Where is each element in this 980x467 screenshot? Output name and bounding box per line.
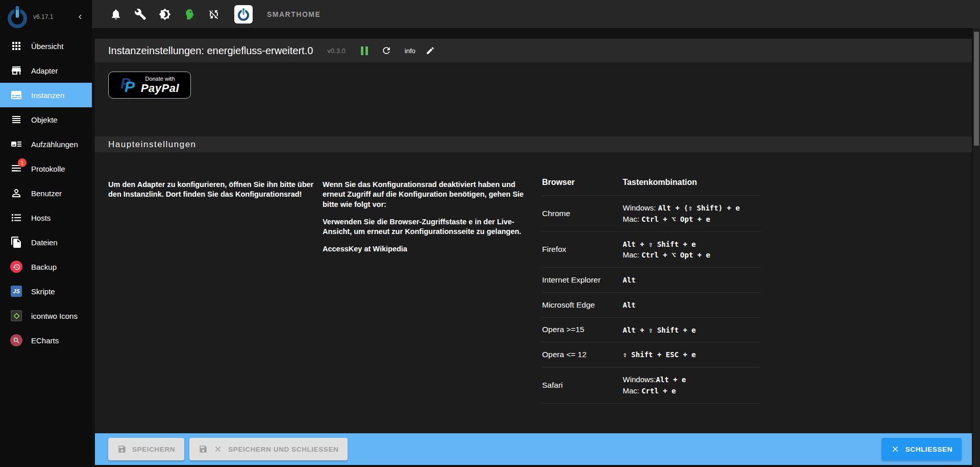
intro-column-middle: Wenn Sie das Konfigurationsrad deaktivie… (323, 180, 535, 253)
edit-instance-button[interactable] (426, 46, 435, 55)
backup-history-icon (10, 261, 22, 273)
sidebar-item-adapter[interactable]: Adapter (0, 58, 92, 83)
sidebar-item-label: ECharts (31, 336, 59, 345)
vertical-scrollbar[interactable] (973, 28, 980, 467)
dialog-footer: SPEICHERN SPEICHERN UND SCHLIESSEN SCHLI… (95, 433, 972, 465)
sidebar-item-label: Übersicht (31, 42, 63, 51)
sidebar-item-uebersicht[interactable]: Übersicht (0, 34, 92, 58)
table-row: Internet Explorer Alt (542, 268, 761, 293)
sidebar-item-label: Protokolle (31, 165, 65, 173)
topbar: SMARTHOME (92, 0, 980, 28)
paypal-logo-icon: P P (120, 76, 136, 95)
sidebar-item-backup[interactable]: Backup (0, 254, 92, 279)
hosts-icon (10, 212, 22, 224)
save-button[interactable]: SPEICHERN (108, 438, 184, 460)
user-icon (10, 187, 22, 199)
scrollbar-thumb[interactable] (974, 32, 979, 146)
sidebar-header: v6.17.1 (0, 0, 92, 34)
sidebar: v6.17.1 Übersicht Adapter Instanzen Obje… (0, 0, 92, 467)
adapter-version: v0.3.0 (327, 47, 345, 55)
bell-icon (110, 8, 122, 20)
apps-icon (10, 40, 22, 52)
restart-instance-button[interactable] (381, 45, 391, 56)
sidebar-item-aufzaehlungen[interactable]: Aufzählungen (0, 132, 92, 156)
table-row: Microsoft Edge Alt (542, 293, 761, 318)
collapse-sidebar-button[interactable] (75, 11, 86, 22)
iobroker-logo-icon (5, 5, 30, 29)
close-icon (213, 445, 223, 454)
sync-disabled-button[interactable] (208, 8, 220, 20)
theme-toggle-button[interactable] (159, 8, 171, 20)
info-link[interactable]: info (405, 47, 415, 55)
section-header-haupteinstellungen: Haupteinstellungen (95, 136, 972, 152)
save-icon (199, 445, 208, 454)
app-root: v6.17.1 Übersicht Adapter Instanzen Obje… (0, 0, 980, 467)
enums-icon (10, 138, 22, 150)
pause-instance-button[interactable] (361, 46, 368, 55)
dialog-body: P P Donate with PayPal Haupteinstellunge… (95, 62, 972, 433)
instances-icon (10, 89, 22, 101)
sidebar-item-objekte[interactable]: Objekte (0, 107, 92, 132)
dialog-titlebar: Instanzeinstellungen: energiefluss-erwei… (95, 39, 972, 62)
brand-logo (234, 5, 253, 24)
shortcut-table-header: Browser Tastenkombination (542, 175, 761, 196)
close-icon (891, 445, 900, 454)
brand-name: SMARTHOME (267, 10, 321, 18)
sidebar-item-benutzer[interactable]: Benutzer (0, 181, 92, 205)
sidebar-nav: Übersicht Adapter Instanzen Objekte Aufz… (0, 34, 92, 353)
sidebar-item-protokolle[interactable]: 1 Protokolle (0, 156, 92, 181)
base-settings-button[interactable] (134, 8, 146, 20)
shortcut-table: Browser Tastenkombination Chrome Windows… (542, 175, 761, 404)
table-row: Chrome Windows: Alt + (⇧ Shift) + eMac: … (542, 196, 761, 232)
paypal-donate-label: Donate with (145, 76, 175, 82)
sidebar-item-instanzen[interactable]: Instanzen (0, 83, 92, 107)
accesskey-wikipedia-link[interactable]: AccessKey at Wikipedia (323, 245, 407, 253)
sidebar-item-label: Backup (31, 263, 57, 271)
files-icon (10, 236, 22, 248)
logs-badge: 1 (18, 158, 27, 167)
sidebar-item-label: Adapter (31, 66, 58, 75)
sidebar-item-label: Objekte (31, 115, 58, 124)
table-row: Opera <= 12 ⇧ Shift + ESC + e (542, 342, 761, 367)
expert-head-icon (183, 8, 195, 20)
notifications-button[interactable] (110, 8, 122, 20)
sidebar-item-label: Aufzählungen (31, 140, 78, 149)
sidebar-item-label: Instanzen (31, 91, 64, 100)
sidebar-item-hosts[interactable]: Hosts (0, 205, 92, 230)
table-row: Safari Windows:Alt + eMac: Crtl + e (542, 367, 761, 404)
save-icon (117, 445, 127, 454)
sidebar-item-dateien[interactable]: Dateien (0, 230, 92, 254)
echarts-icon (10, 334, 22, 346)
main-area: SMARTHOME Instanzeinstellungen: energief… (92, 0, 980, 467)
theme-icon (159, 8, 171, 20)
dialog-title: Instanzeinstellungen: energiefluss-erwei… (108, 45, 313, 57)
refresh-icon (381, 45, 391, 56)
list-icon (10, 113, 22, 126)
chevron-left-icon (76, 12, 85, 21)
instance-settings-dialog: Instanzeinstellungen: energiefluss-erwei… (95, 39, 972, 465)
sidebar-item-skripte[interactable]: JS Skripte (0, 279, 92, 303)
sidebar-item-echarts[interactable]: ECharts (0, 328, 92, 353)
sidebar-item-label: icontwo Icons (31, 312, 78, 320)
intro-text-left: Um den Adapter zu konfigurieren, öffnen … (108, 180, 314, 200)
expert-mode-button[interactable] (183, 8, 195, 20)
sidebar-item-label: Skripte (31, 287, 55, 296)
javascript-icon: JS (11, 286, 22, 297)
sidebar-item-icontwo[interactable]: icontwo Icons (0, 303, 92, 328)
wrench-icon (134, 8, 146, 20)
intro-column-left: Um den Adapter zu konfigurieren, öffnen … (108, 180, 314, 207)
intro-text-middle-1: Wenn Sie das Konfigurationsrad deaktivie… (323, 180, 535, 209)
paypal-donate-button[interactable]: P P Donate with PayPal (108, 72, 191, 99)
sidebar-item-label: Dateien (31, 238, 58, 247)
page-background: Instanzeinstellungen: energiefluss-erwei… (92, 28, 980, 467)
sidebar-item-label: Hosts (31, 214, 51, 222)
table-row: Opera >=15 Alt + ⇧ Shift + e (542, 318, 761, 343)
pencil-icon (426, 46, 435, 55)
sync-disabled-icon (208, 8, 220, 20)
store-icon (10, 64, 22, 77)
save-and-close-button[interactable]: SPEICHERN UND SCHLIESSEN (189, 438, 348, 460)
close-button[interactable]: SCHLIESSEN (881, 438, 962, 460)
sidebar-item-label: Benutzer (31, 189, 62, 198)
icontwo-icon (11, 310, 22, 321)
admin-version: v6.17.1 (33, 13, 53, 20)
